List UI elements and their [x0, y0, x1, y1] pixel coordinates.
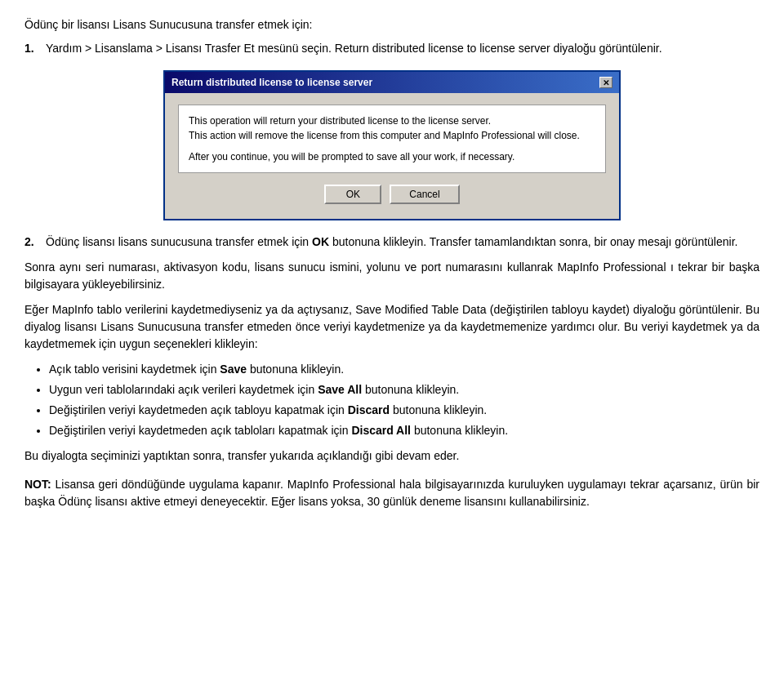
dialog-container: Return distributed license to license se… [24, 70, 760, 220]
step2-item: 2. Ödünç lisansı lisans sunucusuna trans… [24, 234, 760, 251]
page-content: Ödünç bir lisansı Lisans Sunucusuna tran… [24, 16, 760, 510]
dialog-title: Return distributed license to license se… [172, 75, 372, 90]
cancel-button[interactable]: Cancel [390, 185, 459, 204]
dialog-message-line2: This action will remove the license from… [189, 128, 595, 143]
para1: Sonra aynı seri numarası, aktivasyon kod… [24, 259, 760, 293]
dialog-close-button[interactable]: ✕ [599, 77, 612, 88]
dialog-box: Return distributed license to license se… [163, 70, 621, 220]
para2: Eğer MapInfo tablo verilerini kaydetmedi… [24, 301, 760, 353]
note-text: Lisansa geri döndüğünde uygulama kapanır… [24, 478, 760, 508]
bullet-item-4: Değiştirilen veriyi kaydetmeden açık tab… [49, 422, 760, 439]
dialog-titlebar: Return distributed license to license se… [165, 72, 619, 93]
step2-number: 2. [24, 234, 39, 251]
bullet-item-1: Açık tablo verisini kaydetmek için Save … [49, 361, 760, 378]
note-label: NOT: [24, 478, 51, 491]
dialog-body: This operation will return your distribu… [165, 93, 619, 219]
step1-item: 1. Yardım > Lisanslama > Lisansı Trasfer… [24, 40, 760, 57]
dialog-message: This operation will return your distribu… [178, 105, 606, 173]
step1-text: Yardım > Lisanslama > Lisansı Trasfer Et… [46, 40, 662, 57]
step2-text: Ödünç lisansı lisans sunucusuna transfer… [46, 234, 737, 251]
step2-bold: OK [312, 235, 329, 248]
note-section: NOT: Lisansa geri döndüğünde uygulama ka… [24, 476, 760, 510]
bullet-item-3: Değiştirilen veriyi kaydetmeden açık tab… [49, 402, 760, 419]
bullet-item-2: Uygun veri tablolarındaki açık verileri … [49, 381, 760, 398]
dialog-buttons: OK Cancel [178, 185, 606, 207]
dialog-message-line4: After you continue, you will be prompted… [189, 149, 595, 164]
step1-number: 1. [24, 40, 39, 57]
ok-button[interactable]: OK [324, 185, 381, 204]
para3: Bu diyalogta seçiminizi yaptıktan sonra,… [24, 447, 760, 465]
intro-line1: Ödünç bir lisansı Lisans Sunucusuna tran… [24, 16, 760, 33]
dialog-message-line1: This operation will return your distribu… [189, 114, 595, 128]
bullet-list: Açık tablo verisini kaydetmek için Save … [49, 361, 760, 439]
